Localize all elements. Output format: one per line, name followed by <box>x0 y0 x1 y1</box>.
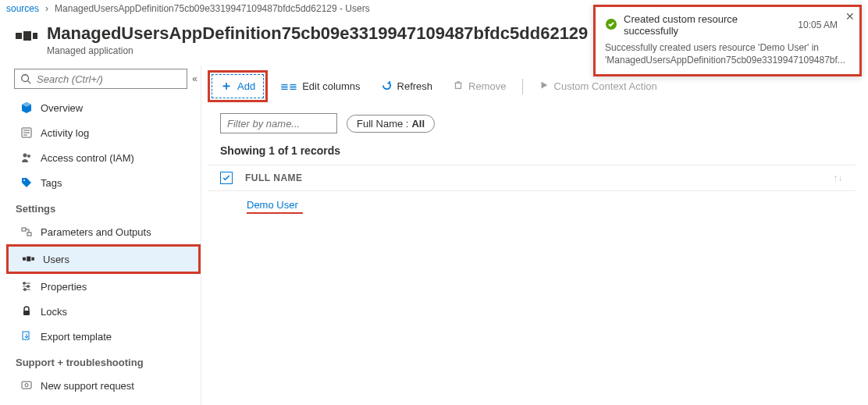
nav-label: New support request <box>41 380 134 392</box>
svg-point-22 <box>23 282 26 285</box>
custom-action-label: Custom Context Action <box>554 80 657 92</box>
tag-icon <box>20 176 33 189</box>
nav-label: Access control (IAM) <box>41 152 134 164</box>
notification-time: 10:05 AM <box>798 20 838 30</box>
export-icon <box>20 330 33 343</box>
nav-label: Tags <box>41 177 62 189</box>
cube-icon <box>20 101 33 114</box>
breadcrumb-root[interactable]: sources <box>6 3 39 14</box>
notification-title: Created custom resource successfully <box>624 13 792 37</box>
sidebar-search[interactable] <box>14 69 187 89</box>
svg-line-4 <box>28 81 31 84</box>
notification-toast: ✕ Created custom resource successfully 1… <box>593 5 862 76</box>
breadcrumb-current: ManagedUsersAppDefinition75cb09e33199471… <box>55 3 370 14</box>
filter-pill-fullname[interactable]: Full Name : All <box>347 115 435 133</box>
sort-icon[interactable]: ↑↓ <box>833 172 843 183</box>
sidebar-item-overview[interactable]: Overview <box>6 95 201 120</box>
filter-by-name-input[interactable] <box>220 113 337 133</box>
svg-point-11 <box>23 179 25 181</box>
refresh-label: Refresh <box>397 80 433 92</box>
nav-label: Properties <box>41 281 87 293</box>
nav-label: Overview <box>41 102 83 114</box>
page-title: ManagedUsersAppDefinition75cb09e33199471… <box>47 23 651 44</box>
breadcrumb-separator: › <box>45 3 48 14</box>
sidebar-item-activity-log[interactable]: Activity log <box>6 120 201 145</box>
svg-rect-17 <box>27 257 30 261</box>
custom-context-action-button: Custom Context Action <box>531 76 665 96</box>
edit-columns-label: Edit columns <box>302 80 360 92</box>
search-icon <box>20 73 32 85</box>
sidebar-search-input[interactable] <box>37 73 182 85</box>
svg-rect-16 <box>23 258 26 261</box>
sidebar-group-settings: Settings <box>6 195 201 219</box>
toolbar-separator <box>522 79 523 94</box>
properties-icon <box>20 280 33 293</box>
plus-icon: ＋ <box>220 78 233 94</box>
remove-button: Remove <box>445 76 514 96</box>
remove-label: Remove <box>468 80 506 92</box>
sidebar-item-properties[interactable]: Properties <box>6 274 201 299</box>
edit-columns-button[interactable]: ≣≣ Edit columns <box>272 77 368 95</box>
svg-rect-26 <box>23 332 29 339</box>
page-subtitle: Managed application <box>47 45 651 56</box>
svg-rect-13 <box>27 233 31 236</box>
sidebar-item-locks[interactable]: Locks <box>6 299 201 324</box>
activity-log-icon <box>20 126 33 139</box>
main-content: ＋ Add ≣≣ Edit columns Refresh Remove Cus… <box>201 66 868 405</box>
svg-point-28 <box>25 384 28 387</box>
add-label: Add <box>237 80 255 92</box>
svg-rect-25 <box>23 311 30 315</box>
pill-key: Full Name : <box>357 118 408 130</box>
svg-rect-1 <box>23 31 31 41</box>
add-button[interactable]: ＋ Add <box>212 74 264 98</box>
svg-rect-12 <box>22 228 26 231</box>
table-header: FULL NAME ↑↓ <box>208 165 856 191</box>
sidebar-item-tags[interactable]: Tags <box>6 170 201 195</box>
svg-rect-18 <box>31 258 34 261</box>
notification-body: Successfully created users resource 'Dem… <box>605 41 838 66</box>
sidebar-item-parameters[interactable]: Parameters and Outputs <box>6 219 201 244</box>
column-header-fullname[interactable]: FULL NAME <box>245 172 303 183</box>
nav-label: Export template <box>41 331 112 343</box>
lock-icon <box>20 305 33 318</box>
sidebar-item-export-template[interactable]: Export template <box>6 324 201 349</box>
filter-row: Full Name : All <box>208 107 856 141</box>
nav-label: Locks <box>41 306 67 318</box>
parameters-icon <box>20 226 33 238</box>
records-summary: Showing 1 of 1 records <box>208 141 856 165</box>
nav-label: Users <box>43 254 69 265</box>
svg-point-23 <box>27 286 30 288</box>
sidebar: « Overview Activity log Access control (… <box>0 66 201 405</box>
pill-value: All <box>411 118 425 130</box>
svg-rect-29 <box>456 83 461 88</box>
people-icon <box>20 151 33 164</box>
sidebar-group-support: Support + troubleshooting <box>6 349 201 373</box>
users-icon <box>23 253 35 265</box>
svg-point-3 <box>22 75 29 82</box>
svg-rect-0 <box>16 33 22 39</box>
svg-rect-2 <box>33 33 37 39</box>
trash-icon <box>453 80 464 93</box>
svg-rect-27 <box>22 382 31 389</box>
columns-icon: ≣≣ <box>280 80 297 92</box>
row-link-user[interactable]: Demo User <box>247 199 303 214</box>
refresh-button[interactable]: Refresh <box>373 76 441 97</box>
sidebar-item-access-control[interactable]: Access control (IAM) <box>6 145 201 170</box>
svg-point-9 <box>23 154 27 158</box>
select-all-checkbox[interactable] <box>220 172 233 184</box>
close-icon[interactable]: ✕ <box>845 10 855 23</box>
sidebar-item-users[interactable]: Users <box>9 247 198 272</box>
support-icon <box>20 379 33 392</box>
sidebar-item-new-support-request[interactable]: New support request <box>6 373 201 398</box>
success-icon <box>605 18 617 33</box>
svg-point-24 <box>24 289 27 291</box>
refresh-icon <box>381 80 393 94</box>
collapse-sidebar-icon[interactable]: « <box>192 73 197 84</box>
svg-point-10 <box>27 155 30 158</box>
managed-app-icon <box>16 30 37 42</box>
nav-label: Activity log <box>41 127 89 139</box>
nav-label: Parameters and Outputs <box>41 226 151 238</box>
table-row[interactable]: Demo User <box>208 191 856 217</box>
play-icon <box>539 80 550 93</box>
